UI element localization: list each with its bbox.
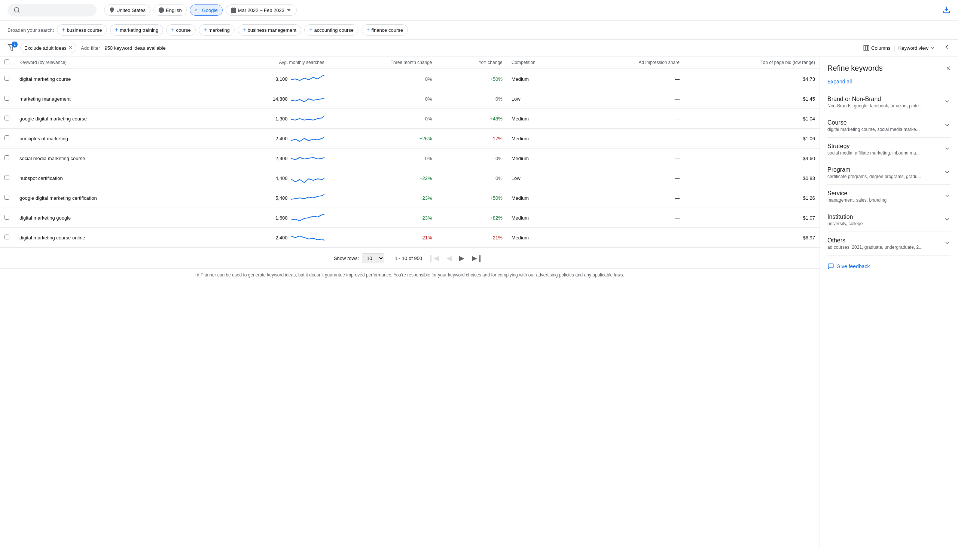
refine-section-header-0[interactable]: Brand or Non-Brand Non-Brands, google, f… [827, 96, 950, 109]
row-checkbox-0[interactable] [0, 69, 15, 89]
row-searches-6: 5,400 [200, 188, 329, 208]
refine-section-0[interactable]: Brand or Non-Brand Non-Brands, google, f… [827, 90, 950, 114]
columns-button[interactable]: Columns [863, 44, 890, 51]
refine-section-3[interactable]: Program certificate programs, degree pro… [827, 161, 950, 185]
give-feedback-button[interactable]: Give feedback [827, 263, 870, 270]
refine-close-button[interactable]: × [946, 64, 950, 73]
refine-section-4[interactable]: Service management, sales, branding [827, 185, 950, 208]
plus-icon-4: + [243, 27, 246, 33]
broaden-chip-label-0: business course [67, 27, 102, 33]
refine-section-1[interactable]: Course digital marketing course, social … [827, 114, 950, 138]
row-checkbox-input-5[interactable] [5, 175, 10, 180]
row-checkbox-6[interactable] [0, 188, 15, 208]
broaden-chip-1[interactable]: + marketing training [110, 24, 163, 36]
refine-section-title-1: Course [827, 119, 920, 126]
broaden-chip-4[interactable]: + business management [238, 24, 301, 36]
refine-section-header-1[interactable]: Course digital marketing course, social … [827, 119, 950, 132]
search-icon [13, 7, 20, 13]
row-competition-5: Low [507, 168, 577, 188]
row-three-month-2: 0% [329, 109, 437, 129]
row-ad-share-8: — [577, 228, 684, 248]
row-keyword-5: hubspot certification [15, 168, 200, 188]
add-filter-btn[interactable]: Add filter [81, 45, 100, 51]
main-layout: Keyword (by relevance) Avg. monthly sear… [0, 57, 958, 549]
language-icon [158, 7, 164, 13]
row-checkbox-input-1[interactable] [5, 96, 10, 101]
refine-section-sub-0: Non-Brands, google, facebook, amazon, pi… [827, 103, 922, 109]
table-row: social media marketing course 2,900 0% 0… [0, 149, 820, 168]
broaden-chip-3[interactable]: + marketing [199, 24, 235, 36]
refine-section-header-4[interactable]: Service management, sales, branding [827, 190, 950, 203]
broaden-chip-5[interactable]: + accounting course [304, 24, 358, 36]
refine-section-5[interactable]: Institution university, college [827, 208, 950, 232]
row-checkbox-input-4[interactable] [5, 155, 10, 160]
row-keyword-8: digital marketing course online [15, 228, 200, 248]
next-page-button[interactable]: ▶ [456, 253, 467, 264]
row-checkbox-8[interactable] [0, 228, 15, 248]
refine-section-6[interactable]: Others ad courses, 2021, graduate, under… [827, 232, 950, 256]
language-filter[interactable]: English [154, 5, 187, 16]
last-page-button[interactable]: ▶❙ [469, 253, 486, 264]
engine-icon: G [195, 7, 201, 13]
row-yoy-7: +82% [437, 208, 507, 228]
filter-bell[interactable]: 1 [8, 43, 16, 53]
exclude-close-icon[interactable]: × [69, 44, 72, 51]
refine-section-sub-4: management, sales, branding [827, 198, 887, 203]
row-yoy-3: -17% [437, 129, 507, 149]
row-checkbox-2[interactable] [0, 109, 15, 129]
row-checkbox-1[interactable] [0, 89, 15, 109]
date-range-filter[interactable]: Mar 2022 – Feb 2023 [226, 5, 297, 16]
svg-rect-13 [868, 45, 869, 51]
refine-section-header-3[interactable]: Program certificate programs, degree pro… [827, 166, 950, 179]
collapse-panel-button[interactable] [943, 43, 950, 53]
broaden-chip-6[interactable]: + finance course [362, 24, 408, 36]
rows-select: Show rows: 5 10 25 50 100 [334, 253, 384, 263]
toolbar-right: Columns | Keyword view | [863, 43, 950, 53]
refine-section-header-6[interactable]: Others ad courses, 2021, graduate, under… [827, 237, 950, 250]
row-checkbox-input-7[interactable] [5, 215, 10, 220]
broaden-chip-label-2: course [176, 27, 191, 33]
row-checkbox-5[interactable] [0, 168, 15, 188]
chevron-down-icon-6 [944, 239, 950, 248]
search-box[interactable]: marketing course [8, 4, 97, 16]
row-checkbox-input-3[interactable] [5, 135, 10, 140]
row-checkbox-3[interactable] [0, 129, 15, 149]
row-ad-share-2: — [577, 109, 684, 129]
row-ad-share-5: — [577, 168, 684, 188]
first-page-button[interactable]: ❙◀ [425, 253, 442, 264]
row-top-bid-1: $1.45 [684, 89, 820, 109]
col-competition: Competition [507, 57, 577, 69]
row-checkbox-input-2[interactable] [5, 115, 10, 120]
page-info: 1 - 10 of 950 [395, 256, 422, 261]
keyword-view-button[interactable]: Keyword view [898, 45, 935, 51]
search-input[interactable]: marketing course [23, 7, 90, 13]
download-button[interactable] [942, 6, 950, 15]
row-searches-3: 2,400 [200, 129, 329, 149]
plus-icon-2: + [171, 27, 174, 33]
row-competition-4: Medium [507, 149, 577, 168]
rows-per-page-select[interactable]: 5 10 25 50 100 [362, 253, 384, 263]
broaden-chip-2[interactable]: + course [166, 24, 195, 36]
broaden-chip-0[interactable]: + business course [57, 24, 107, 36]
row-ad-share-6: — [577, 188, 684, 208]
row-checkbox-input-8[interactable] [5, 234, 10, 239]
row-checkbox-input-6[interactable] [5, 195, 10, 200]
exclude-label: Exclude adult ideas [24, 45, 67, 51]
engine-filter[interactable]: G Google [190, 5, 223, 16]
select-all-checkbox[interactable] [5, 60, 10, 64]
expand-all-button[interactable]: Expand all [827, 79, 852, 85]
row-checkbox-7[interactable] [0, 208, 15, 228]
feedback-icon [827, 263, 834, 270]
location-filter[interactable]: United States [104, 5, 151, 16]
refine-section-header-5[interactable]: Institution university, college [827, 214, 950, 226]
row-searches-7: 1,600 [200, 208, 329, 228]
table-row: google digital marketing course 1,300 0%… [0, 109, 820, 129]
row-checkbox-input-0[interactable] [5, 76, 10, 81]
prev-page-button[interactable]: ◀ [443, 253, 455, 264]
col-three-month: Three month change [329, 57, 437, 69]
table-row: digital marketing google 1,600 +23% +82%… [0, 208, 820, 228]
refine-section-header-2[interactable]: Strategy social media, affiliate marketi… [827, 143, 950, 156]
row-checkbox-4[interactable] [0, 149, 15, 168]
refine-section-2[interactable]: Strategy social media, affiliate marketi… [827, 138, 950, 161]
row-yoy-2: +48% [437, 109, 507, 129]
